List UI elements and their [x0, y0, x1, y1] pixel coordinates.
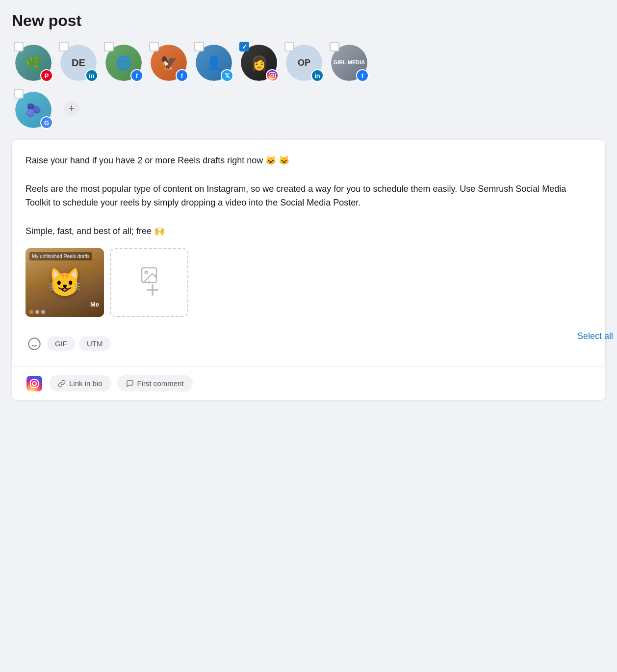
linkedin-badge-2: in: [85, 69, 98, 82]
link-in-bio-label: Link in bio: [69, 379, 103, 388]
pinterest-badge-1: P: [40, 69, 53, 82]
svg-rect-9: [26, 376, 42, 391]
media-dot-3: [41, 310, 45, 314]
account-item-8[interactable]: GIRL MEDIA f: [328, 40, 371, 83]
add-media-button[interactable]: [110, 248, 188, 317]
account-item-9[interactable]: 🫐 G: [12, 87, 55, 130]
account-checkbox-2[interactable]: [59, 42, 69, 52]
select-all-button[interactable]: Select all: [573, 329, 617, 343]
account-checkbox-6[interactable]: [239, 42, 249, 52]
post-editor: Raise your hand if you have 2 or more Re…: [12, 140, 605, 366]
link-in-bio-button[interactable]: Link in bio: [49, 375, 111, 391]
media-label-top: My unfinished Reels drafts: [29, 252, 92, 260]
account-item-2[interactable]: DE in: [57, 40, 100, 83]
media-label-me: Me: [90, 301, 99, 308]
instagram-badge-6: [266, 69, 279, 82]
media-thumb-inner: 😺 My unfinished Reels drafts Me: [26, 248, 104, 317]
media-dots: [29, 310, 45, 314]
svg-point-1: [145, 271, 148, 273]
facebook-badge-3: f: [130, 69, 143, 82]
svg-point-12: [37, 380, 38, 381]
comment-icon: [126, 380, 134, 388]
emoji-button[interactable]: [26, 335, 43, 353]
add-media-icon: [136, 265, 162, 300]
linkedin-badge-7: in: [311, 69, 324, 82]
google-badge-9: G: [40, 116, 53, 129]
account-item-4[interactable]: 🦅 f: [147, 40, 190, 83]
account-checkbox-8[interactable]: [330, 42, 339, 52]
footer-instagram-icon: [26, 375, 43, 392]
footer-bar: Link in bio First comment: [12, 366, 605, 400]
post-text[interactable]: Raise your hand if you have 2 or more Re…: [26, 154, 591, 238]
add-account-button[interactable]: +: [64, 101, 79, 116]
accounts-list: 🌿 P DE in 🌀 f: [12, 40, 440, 132]
account-item-7[interactable]: OP in: [283, 40, 326, 83]
account-item-6[interactable]: 👩: [237, 40, 281, 83]
media-thumbnail[interactable]: 😺 My unfinished Reels drafts Me: [26, 248, 104, 317]
account-checkbox-3[interactable]: [104, 42, 114, 52]
first-comment-button[interactable]: First comment: [117, 375, 193, 391]
account-checkbox-9[interactable]: [14, 89, 24, 99]
page-title: New post: [12, 12, 605, 30]
utm-button[interactable]: UTM: [79, 336, 111, 351]
account-checkbox-1[interactable]: [14, 42, 24, 52]
accounts-row2: 🫐 G +: [12, 87, 440, 130]
media-dot-1: [29, 310, 33, 314]
first-comment-label: First comment: [137, 379, 184, 388]
twitter-badge-5: 𝕏: [221, 69, 233, 82]
svg-point-6: [28, 338, 40, 349]
account-checkbox-5[interactable]: [194, 42, 204, 52]
post-card: Raise your hand if you have 2 or more Re…: [12, 140, 605, 400]
link-icon: [58, 380, 66, 388]
facebook-badge-4: f: [176, 69, 188, 82]
gif-button[interactable]: GIF: [47, 336, 75, 351]
account-item-5[interactable]: 👤 𝕏: [192, 40, 235, 83]
account-item-1[interactable]: 🌿 P: [12, 40, 55, 83]
account-item-3[interactable]: 🌀 f: [102, 40, 145, 83]
toolbar-row: GIF UTM: [26, 327, 591, 353]
media-row: 😺 My unfinished Reels drafts Me: [26, 248, 591, 317]
facebook-badge-8: f: [356, 69, 369, 82]
account-checkbox-4[interactable]: [149, 42, 159, 52]
accounts-section: 🌿 P DE in 🌀 f: [12, 40, 605, 132]
account-checkbox-7[interactable]: [284, 42, 294, 52]
media-dot-2: [35, 310, 39, 314]
